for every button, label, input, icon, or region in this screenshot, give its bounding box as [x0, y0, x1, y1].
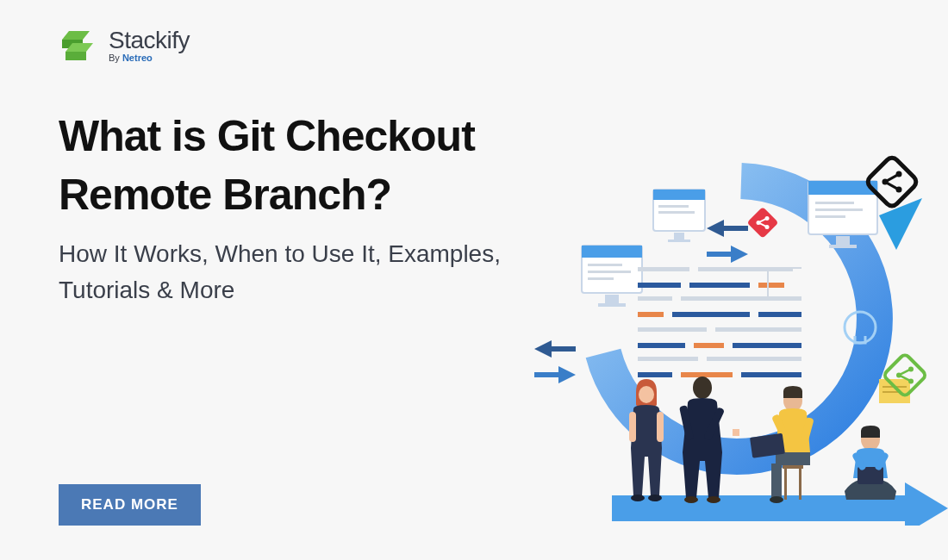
svg-rect-57: [747, 207, 779, 239]
svg-rect-48: [638, 372, 672, 377]
svg-marker-7: [534, 340, 576, 358]
svg-line-68: [885, 182, 899, 190]
svg-rect-12: [582, 246, 642, 258]
svg-rect-45: [733, 343, 801, 348]
svg-rect-28: [815, 202, 854, 204]
svg-rect-88: [776, 452, 810, 465]
logo-byline-prefix: By: [109, 53, 122, 63]
logo: Stackify By Netreo: [59, 24, 190, 65]
page-title: What is Git Checkout Remote Branch?: [59, 108, 541, 224]
svg-rect-13: [605, 295, 619, 303]
svg-rect-52: [767, 267, 801, 269]
logo-byline: By Netreo: [109, 53, 190, 63]
logo-text: Stackify By Netreo: [109, 27, 190, 63]
agile-dev-illustration: [508, 155, 948, 526]
svg-line-73: [899, 369, 911, 375]
svg-point-82: [684, 496, 698, 503]
svg-rect-29: [815, 208, 863, 211]
page-subtitle: How It Works, When to Use It, Examples, …: [59, 236, 541, 308]
svg-point-81: [693, 376, 712, 399]
svg-rect-35: [758, 283, 784, 288]
svg-rect-40: [758, 312, 801, 317]
svg-rect-44: [694, 343, 724, 348]
svg-point-77: [631, 495, 645, 501]
svg-rect-33: [638, 283, 681, 288]
svg-rect-86: [733, 429, 739, 436]
logo-name: Stackify: [109, 27, 190, 54]
svg-rect-49: [681, 372, 733, 377]
svg-marker-3: [65, 52, 86, 60]
svg-rect-37: [681, 296, 801, 301]
svg-rect-89: [771, 464, 782, 498]
svg-rect-50: [741, 372, 801, 377]
svg-point-78: [648, 495, 662, 501]
svg-rect-31: [638, 267, 689, 271]
svg-point-83: [707, 496, 720, 503]
read-more-button[interactable]: READ MORE: [59, 484, 201, 526]
svg-rect-34: [689, 283, 750, 288]
svg-rect-80: [657, 412, 664, 442]
svg-rect-27: [829, 245, 857, 248]
svg-marker-4: [879, 198, 922, 250]
svg-rect-21: [668, 240, 690, 242]
svg-rect-16: [588, 271, 631, 273]
content-block: What is Git Checkout Remote Branch? How …: [59, 108, 541, 308]
svg-rect-79: [629, 412, 636, 442]
svg-rect-15: [588, 264, 622, 266]
svg-rect-43: [638, 343, 685, 348]
svg-rect-47: [707, 357, 801, 361]
svg-rect-42: [715, 327, 801, 332]
svg-rect-94: [783, 465, 803, 469]
svg-marker-10: [707, 246, 748, 263]
svg-marker-6: [905, 482, 948, 526]
stackify-logo-icon: [59, 24, 100, 65]
svg-rect-14: [598, 303, 626, 307]
svg-rect-23: [658, 211, 695, 214]
svg-rect-38: [638, 312, 664, 317]
svg-point-76: [639, 386, 654, 403]
svg-rect-96: [799, 469, 801, 500]
svg-line-67: [885, 174, 899, 182]
svg-rect-20: [674, 233, 684, 240]
svg-rect-26: [836, 236, 850, 245]
svg-rect-46: [638, 357, 698, 361]
svg-point-90: [770, 496, 783, 503]
svg-rect-95: [784, 469, 787, 500]
svg-rect-39: [672, 312, 750, 317]
svg-marker-0: [62, 31, 90, 40]
svg-rect-30: [815, 215, 845, 218]
svg-rect-17: [588, 277, 614, 280]
svg-rect-51: [767, 267, 769, 297]
svg-marker-9: [707, 220, 748, 237]
svg-rect-36: [638, 296, 672, 301]
logo-byline-brand: Netreo: [122, 53, 153, 63]
svg-rect-22: [658, 205, 689, 208]
svg-rect-41: [638, 327, 707, 332]
svg-rect-19: [653, 190, 705, 200]
svg-marker-8: [534, 366, 576, 383]
